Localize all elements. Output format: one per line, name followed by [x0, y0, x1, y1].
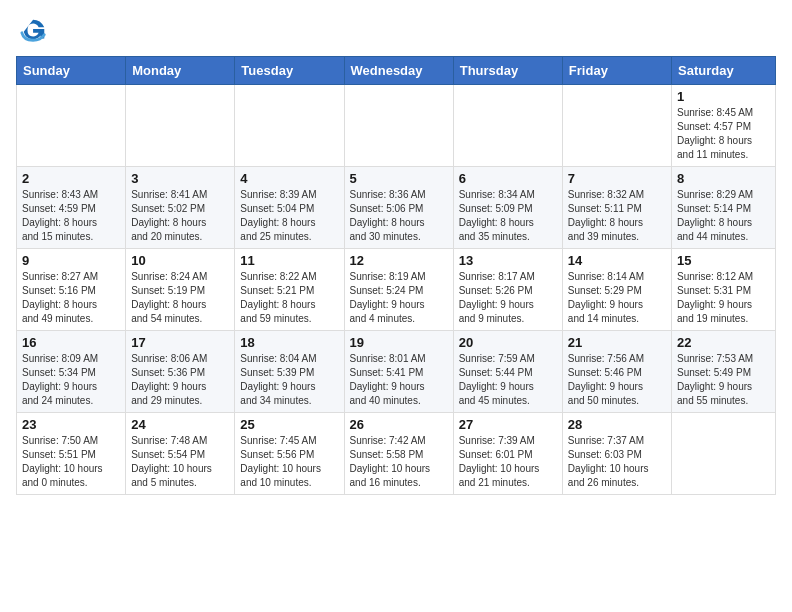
weekday-header-friday: Friday	[562, 57, 671, 85]
calendar-cell: 7Sunrise: 8:32 AMSunset: 5:11 PMDaylight…	[562, 167, 671, 249]
calendar-cell: 17Sunrise: 8:06 AMSunset: 5:36 PMDayligh…	[126, 331, 235, 413]
day-info: Sunrise: 7:37 AMSunset: 6:03 PMDaylight:…	[568, 434, 666, 490]
calendar-cell: 18Sunrise: 8:04 AMSunset: 5:39 PMDayligh…	[235, 331, 344, 413]
logo	[16, 16, 50, 44]
day-number: 8	[677, 171, 770, 186]
calendar-cell: 20Sunrise: 7:59 AMSunset: 5:44 PMDayligh…	[453, 331, 562, 413]
day-number: 12	[350, 253, 448, 268]
day-number: 25	[240, 417, 338, 432]
calendar-cell: 16Sunrise: 8:09 AMSunset: 5:34 PMDayligh…	[17, 331, 126, 413]
day-info: Sunrise: 8:39 AMSunset: 5:04 PMDaylight:…	[240, 188, 338, 244]
day-number: 3	[131, 171, 229, 186]
day-info: Sunrise: 8:41 AMSunset: 5:02 PMDaylight:…	[131, 188, 229, 244]
day-info: Sunrise: 7:53 AMSunset: 5:49 PMDaylight:…	[677, 352, 770, 408]
day-number: 15	[677, 253, 770, 268]
calendar-cell: 8Sunrise: 8:29 AMSunset: 5:14 PMDaylight…	[672, 167, 776, 249]
day-number: 19	[350, 335, 448, 350]
day-number: 20	[459, 335, 557, 350]
day-number: 28	[568, 417, 666, 432]
day-info: Sunrise: 8:43 AMSunset: 4:59 PMDaylight:…	[22, 188, 120, 244]
calendar-cell: 9Sunrise: 8:27 AMSunset: 5:16 PMDaylight…	[17, 249, 126, 331]
calendar-cell: 26Sunrise: 7:42 AMSunset: 5:58 PMDayligh…	[344, 413, 453, 495]
calendar-cell: 10Sunrise: 8:24 AMSunset: 5:19 PMDayligh…	[126, 249, 235, 331]
calendar-cell	[344, 85, 453, 167]
weekday-header-saturday: Saturday	[672, 57, 776, 85]
day-number: 16	[22, 335, 120, 350]
day-number: 10	[131, 253, 229, 268]
day-number: 17	[131, 335, 229, 350]
calendar-cell: 25Sunrise: 7:45 AMSunset: 5:56 PMDayligh…	[235, 413, 344, 495]
calendar-cell	[562, 85, 671, 167]
calendar-cell: 27Sunrise: 7:39 AMSunset: 6:01 PMDayligh…	[453, 413, 562, 495]
day-number: 1	[677, 89, 770, 104]
day-info: Sunrise: 7:48 AMSunset: 5:54 PMDaylight:…	[131, 434, 229, 490]
calendar-cell: 2Sunrise: 8:43 AMSunset: 4:59 PMDaylight…	[17, 167, 126, 249]
day-info: Sunrise: 8:09 AMSunset: 5:34 PMDaylight:…	[22, 352, 120, 408]
day-info: Sunrise: 8:27 AMSunset: 5:16 PMDaylight:…	[22, 270, 120, 326]
day-number: 6	[459, 171, 557, 186]
day-number: 4	[240, 171, 338, 186]
day-info: Sunrise: 8:22 AMSunset: 5:21 PMDaylight:…	[240, 270, 338, 326]
day-number: 5	[350, 171, 448, 186]
day-info: Sunrise: 8:06 AMSunset: 5:36 PMDaylight:…	[131, 352, 229, 408]
weekday-header-sunday: Sunday	[17, 57, 126, 85]
calendar-table: SundayMondayTuesdayWednesdayThursdayFrid…	[16, 56, 776, 495]
day-number: 11	[240, 253, 338, 268]
day-info: Sunrise: 8:36 AMSunset: 5:06 PMDaylight:…	[350, 188, 448, 244]
calendar-cell: 22Sunrise: 7:53 AMSunset: 5:49 PMDayligh…	[672, 331, 776, 413]
day-info: Sunrise: 8:04 AMSunset: 5:39 PMDaylight:…	[240, 352, 338, 408]
day-info: Sunrise: 7:50 AMSunset: 5:51 PMDaylight:…	[22, 434, 120, 490]
day-number: 2	[22, 171, 120, 186]
day-number: 13	[459, 253, 557, 268]
day-info: Sunrise: 8:45 AMSunset: 4:57 PMDaylight:…	[677, 106, 770, 162]
day-number: 22	[677, 335, 770, 350]
day-info: Sunrise: 8:17 AMSunset: 5:26 PMDaylight:…	[459, 270, 557, 326]
day-info: Sunrise: 7:39 AMSunset: 6:01 PMDaylight:…	[459, 434, 557, 490]
day-info: Sunrise: 7:56 AMSunset: 5:46 PMDaylight:…	[568, 352, 666, 408]
weekday-header-wednesday: Wednesday	[344, 57, 453, 85]
day-info: Sunrise: 7:45 AMSunset: 5:56 PMDaylight:…	[240, 434, 338, 490]
calendar-cell: 13Sunrise: 8:17 AMSunset: 5:26 PMDayligh…	[453, 249, 562, 331]
weekday-header-tuesday: Tuesday	[235, 57, 344, 85]
day-info: Sunrise: 8:12 AMSunset: 5:31 PMDaylight:…	[677, 270, 770, 326]
calendar-cell: 5Sunrise: 8:36 AMSunset: 5:06 PMDaylight…	[344, 167, 453, 249]
calendar-cell: 12Sunrise: 8:19 AMSunset: 5:24 PMDayligh…	[344, 249, 453, 331]
calendar-cell: 24Sunrise: 7:48 AMSunset: 5:54 PMDayligh…	[126, 413, 235, 495]
day-number: 24	[131, 417, 229, 432]
calendar-cell	[17, 85, 126, 167]
calendar-cell: 23Sunrise: 7:50 AMSunset: 5:51 PMDayligh…	[17, 413, 126, 495]
day-number: 27	[459, 417, 557, 432]
weekday-header-monday: Monday	[126, 57, 235, 85]
calendar-cell	[672, 413, 776, 495]
calendar-cell: 19Sunrise: 8:01 AMSunset: 5:41 PMDayligh…	[344, 331, 453, 413]
day-number: 14	[568, 253, 666, 268]
calendar-cell: 4Sunrise: 8:39 AMSunset: 5:04 PMDaylight…	[235, 167, 344, 249]
day-number: 9	[22, 253, 120, 268]
day-number: 18	[240, 335, 338, 350]
day-number: 23	[22, 417, 120, 432]
weekday-header-thursday: Thursday	[453, 57, 562, 85]
calendar-cell: 14Sunrise: 8:14 AMSunset: 5:29 PMDayligh…	[562, 249, 671, 331]
day-number: 26	[350, 417, 448, 432]
calendar-cell	[453, 85, 562, 167]
day-info: Sunrise: 8:34 AMSunset: 5:09 PMDaylight:…	[459, 188, 557, 244]
day-info: Sunrise: 8:01 AMSunset: 5:41 PMDaylight:…	[350, 352, 448, 408]
calendar-cell: 1Sunrise: 8:45 AMSunset: 4:57 PMDaylight…	[672, 85, 776, 167]
day-info: Sunrise: 8:19 AMSunset: 5:24 PMDaylight:…	[350, 270, 448, 326]
day-info: Sunrise: 8:24 AMSunset: 5:19 PMDaylight:…	[131, 270, 229, 326]
day-info: Sunrise: 7:59 AMSunset: 5:44 PMDaylight:…	[459, 352, 557, 408]
calendar-cell: 21Sunrise: 7:56 AMSunset: 5:46 PMDayligh…	[562, 331, 671, 413]
day-info: Sunrise: 8:29 AMSunset: 5:14 PMDaylight:…	[677, 188, 770, 244]
calendar-cell: 28Sunrise: 7:37 AMSunset: 6:03 PMDayligh…	[562, 413, 671, 495]
logo-icon	[20, 16, 48, 44]
day-number: 7	[568, 171, 666, 186]
calendar-cell: 3Sunrise: 8:41 AMSunset: 5:02 PMDaylight…	[126, 167, 235, 249]
day-number: 21	[568, 335, 666, 350]
calendar-cell: 15Sunrise: 8:12 AMSunset: 5:31 PMDayligh…	[672, 249, 776, 331]
calendar-cell: 6Sunrise: 8:34 AMSunset: 5:09 PMDaylight…	[453, 167, 562, 249]
calendar-cell: 11Sunrise: 8:22 AMSunset: 5:21 PMDayligh…	[235, 249, 344, 331]
day-info: Sunrise: 8:32 AMSunset: 5:11 PMDaylight:…	[568, 188, 666, 244]
calendar-cell	[235, 85, 344, 167]
day-info: Sunrise: 8:14 AMSunset: 5:29 PMDaylight:…	[568, 270, 666, 326]
day-info: Sunrise: 7:42 AMSunset: 5:58 PMDaylight:…	[350, 434, 448, 490]
